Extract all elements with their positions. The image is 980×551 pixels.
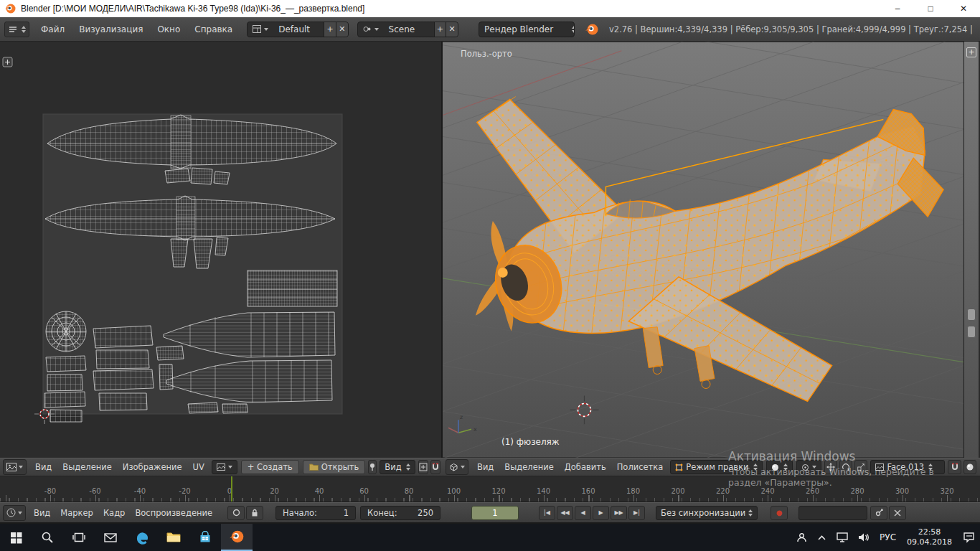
strip-handle[interactable] (967, 326, 976, 338)
delete-keyframe-icon[interactable] (889, 506, 906, 520)
image-editor-icon (6, 463, 17, 471)
editor-type-button-timeline[interactable] (3, 505, 26, 521)
scene-add-button[interactable]: + (434, 22, 446, 37)
open-image-button[interactable]: Открыть (303, 460, 366, 474)
window-title: Blender [D:\МОИ МОДЕЛИ\AIR\Tachikawa Ki-… (21, 4, 364, 14)
maximize-icon[interactable]: □ (914, 0, 947, 17)
scene-browse[interactable] (358, 22, 384, 37)
edge-browser-button[interactable] (126, 524, 158, 551)
strip-handle[interactable] (967, 309, 976, 321)
properties-panel-expand-icon[interactable]: + (966, 47, 976, 57)
viewport-3d[interactable]: xz Польз.-орто (1) фюзеляж (443, 42, 963, 458)
uv-menu-select[interactable]: Выделение (57, 462, 117, 472)
ruler-tick-label: 20 (270, 487, 279, 495)
play-reverse-icon[interactable]: ◀ (575, 506, 591, 520)
scene-name[interactable]: Scene (384, 22, 434, 37)
action-center-button[interactable] (958, 524, 980, 551)
keying-set-field[interactable] (798, 506, 867, 520)
new-image-button[interactable]: + Создать (241, 460, 299, 474)
screen-layout-browse[interactable] (248, 22, 273, 37)
uv-toolshelf-expand-icon[interactable] (3, 57, 12, 67)
mail-app-button[interactable] (95, 524, 126, 551)
hidden-icons-button[interactable] (812, 524, 831, 551)
store-app-button[interactable] (189, 524, 221, 551)
editor-type-button-3d[interactable] (446, 459, 468, 475)
insert-keyframe-icon[interactable] (870, 506, 887, 520)
screen-layout-name[interactable]: Default (273, 22, 324, 37)
prev-keyframe-icon[interactable]: ◀◀ (557, 506, 573, 520)
lock-icon[interactable] (246, 506, 263, 520)
volume-tray-button[interactable] (853, 524, 875, 551)
mode-dropdown[interactable]: Режим правки (670, 460, 762, 474)
viewport-view-label: Польз.-орто (461, 49, 512, 59)
jump-to-start-icon[interactable]: |◀ (539, 506, 555, 520)
manipulator-rotate-icon[interactable] (839, 460, 852, 474)
close-icon[interactable]: ✕ (947, 0, 980, 17)
window-titlebar[interactable]: Blender [D:\МОИ МОДЕЛИ\AIR\Tachikawa Ki-… (0, 0, 980, 17)
search-button[interactable] (32, 524, 63, 551)
shading-dropdown[interactable] (766, 460, 793, 474)
manipulator-scale-icon[interactable] (854, 460, 867, 474)
network-tray-button[interactable] (831, 524, 853, 551)
editor-type-button-info[interactable] (4, 22, 29, 37)
timeline-ruler[interactable]: -80 -60 -40 -20 0 20 40 60 80 100 120 14… (0, 476, 980, 502)
uv-image-editor[interactable] (0, 42, 443, 458)
v3d-menu-view[interactable]: Вид (472, 462, 499, 472)
snap-magnet-icon[interactable] (948, 460, 961, 474)
sync-mode-dropdown[interactable]: Без синхронизации (656, 506, 758, 520)
play-icon[interactable]: ▶ (593, 506, 609, 520)
tl-menu-marker[interactable]: Маркер (55, 508, 98, 518)
tl-menu-view[interactable]: Вид (29, 508, 55, 518)
start-button[interactable] (0, 524, 32, 551)
menu-help[interactable]: Справка (189, 24, 238, 34)
blender-app-button[interactable] (221, 524, 253, 551)
menu-file[interactable]: Файл (35, 24, 70, 34)
next-keyframe-icon[interactable]: ▶▶ (611, 506, 627, 520)
current-frame-field[interactable]: 1 (471, 506, 519, 520)
opengl-render-icon[interactable] (963, 460, 976, 474)
render-engine-selector[interactable]: Рендер Blender (479, 22, 575, 37)
snap-icon[interactable] (430, 460, 440, 474)
task-view-button[interactable] (63, 524, 95, 551)
image-browse-dropdown[interactable] (212, 460, 237, 474)
pin-icon[interactable] (368, 460, 377, 474)
clock-time: 22:58 (918, 527, 941, 537)
screen-layout-delete-button[interactable]: ✕ (336, 22, 348, 37)
minimize-icon[interactable]: – (881, 0, 914, 17)
jump-to-end-icon[interactable]: ▶| (628, 506, 645, 520)
use-preview-range-icon[interactable] (227, 506, 245, 520)
pivot-dropdown[interactable] (796, 460, 821, 474)
file-explorer-button[interactable] (158, 524, 189, 551)
manipulator-translate-icon[interactable] (824, 460, 837, 474)
v3d-menu-add[interactable]: Добавить (560, 462, 611, 472)
menu-window[interactable]: Окно (151, 24, 186, 34)
clock-date: 09.04.2018 (907, 537, 952, 547)
ruler-tick-label: 80 (405, 487, 414, 495)
uv-menu-uv[interactable]: UV (188, 462, 209, 472)
scene-statistics: v2.76 | Вершин:4,339/4,339 | Рёбер:9,305… (609, 24, 976, 34)
uv-menu-image[interactable]: Изображение (118, 462, 187, 472)
uv-menu-view[interactable]: Вид (30, 462, 57, 472)
end-frame-field[interactable]: Конец:250 (360, 506, 440, 520)
v3d-menu-mesh[interactable]: Полисетка (612, 462, 669, 472)
ruler-tick-label: 200 (671, 487, 684, 495)
screen-layout-add-button[interactable]: + (324, 22, 336, 37)
start-frame-field[interactable]: Начало:1 (275, 506, 356, 520)
current-frame-marker[interactable] (231, 476, 232, 501)
v3d-menu-select[interactable]: Выделение (499, 462, 559, 472)
active-face-field[interactable]: Face.013 (870, 460, 945, 474)
clock[interactable]: 22:58 09.04.2018 (901, 524, 958, 551)
ruler-tick-label: 40 (315, 487, 324, 495)
menu-render[interactable]: Визуализация (73, 24, 149, 34)
tl-menu-frame[interactable]: Кадр (98, 508, 130, 518)
record-icon[interactable]: ● (771, 506, 788, 520)
viewport-canvas[interactable]: xz (443, 42, 963, 458)
uv-view-dropdown[interactable]: Вид (380, 460, 415, 474)
uv-sync-selection-icon[interactable] (418, 460, 428, 474)
uv-canvas[interactable] (0, 42, 441, 458)
tl-menu-playback[interactable]: Воспроизведение (130, 508, 217, 518)
editor-type-button-image[interactable] (3, 459, 27, 475)
scene-delete-button[interactable]: ✕ (446, 22, 458, 37)
language-indicator[interactable]: РУС (875, 524, 901, 551)
people-tray-button[interactable] (791, 524, 812, 551)
